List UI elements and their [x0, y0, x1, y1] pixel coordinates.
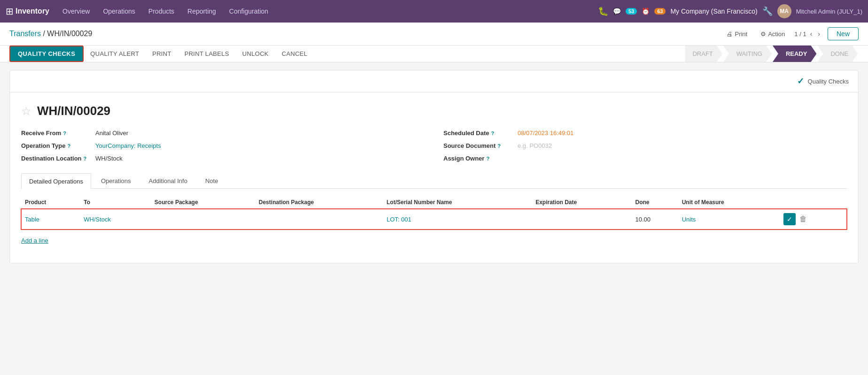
bug-icon[interactable]: 🐛 — [598, 6, 608, 16]
action-bar: QUALITY CHECKS QUALITY ALERT PRINT PRINT… — [0, 46, 868, 62]
col-expiration: Expiration Date — [532, 196, 631, 209]
status-waiting[interactable]: WAITING — [723, 46, 772, 62]
print-button[interactable]: 🖨 Print — [723, 29, 751, 39]
receive-from-value: Anital Oliver — [95, 130, 128, 137]
destination-location-label: Destination Location ? — [21, 155, 92, 162]
destination-location-value: WH/Stock — [95, 155, 123, 162]
form-grid: Receive From ? Anital Oliver Operation T… — [21, 130, 847, 162]
assign-owner-help[interactable]: ? — [486, 156, 489, 161]
nav-configuration[interactable]: Configuration — [224, 5, 274, 18]
source-doc-help[interactable]: ? — [497, 143, 501, 149]
tab-detailed-operations[interactable]: Detailed Operations — [21, 173, 91, 189]
new-button[interactable]: New — [828, 27, 859, 40]
delete-row-button[interactable]: 🗑 — [798, 214, 809, 224]
action-button[interactable]: ⚙ Action — [757, 29, 789, 39]
quality-checks-button[interactable]: QUALITY CHECKS — [9, 46, 84, 62]
scheduled-date-field: Scheduled Date ? 08/07/2023 16:49:01 — [443, 130, 847, 137]
operation-type-field: Operation Type ? YourCompany: Receipts — [21, 142, 425, 149]
main-content: ✓ Quality Checks ☆ WH/IN/00029 Receive F… — [0, 62, 868, 271]
quality-alert-button[interactable]: QUALITY ALERT — [84, 46, 146, 62]
destination-help[interactable]: ? — [84, 156, 87, 161]
breadcrumb-sep: / — [43, 30, 47, 38]
confirm-row-button[interactable]: ✓ — [783, 213, 796, 225]
quality-checks-label[interactable]: Quality Checks — [808, 78, 849, 85]
chat-icon[interactable]: 💬 — [613, 8, 621, 15]
page-position: 1 / 1 — [794, 31, 806, 38]
product-link[interactable]: Table — [25, 216, 39, 223]
nav-products[interactable]: Products — [143, 5, 180, 18]
cell-to: WH/Stock — [80, 209, 151, 230]
operations-table: Product To Source Package Destination Pa… — [21, 196, 847, 230]
cancel-button[interactable]: CANCEL — [275, 46, 314, 62]
done-value[interactable]: 10.00 — [636, 216, 651, 223]
record-title: ☆ WH/IN/00029 — [21, 104, 847, 118]
receive-from-field: Receive From ? Anital Oliver — [21, 130, 425, 137]
tabs: Detailed Operations Operations Additiona… — [21, 173, 847, 189]
col-done: Done — [632, 196, 678, 209]
status-done[interactable]: DONE — [817, 46, 858, 62]
cell-lot-serial: LOT: 001 — [383, 209, 532, 230]
status-ready[interactable]: READY — [773, 46, 817, 62]
status-draft[interactable]: DRAFT — [685, 46, 722, 62]
receive-from-label: Receive From ? — [21, 130, 92, 137]
table-header-row: Product To Source Package Destination Pa… — [21, 196, 847, 209]
clock-badge: 63 — [654, 8, 666, 15]
source-document-label: Source Document ? — [443, 142, 514, 149]
cell-dest-package — [255, 209, 383, 230]
to-location-link[interactable]: WH/Stock — [84, 216, 111, 223]
tools-icon[interactable]: 🔧 — [762, 6, 773, 16]
col-dest-package: Destination Package — [255, 196, 383, 209]
app-name: Inventory — [16, 7, 49, 15]
unlock-button[interactable]: UNLOCK — [236, 46, 275, 62]
cell-uom: Units — [678, 209, 780, 230]
avatar[interactable]: MA — [777, 4, 791, 18]
quality-checks-indicator: ✓ Quality Checks — [797, 76, 849, 86]
scheduled-date-value[interactable]: 08/07/2023 16:49:01 — [518, 130, 574, 137]
grid-icon[interactable]: ⊞ — [6, 6, 14, 17]
table-row: Table WH/Stock LOT: 001 — [21, 209, 847, 230]
add-line-link[interactable]: Add a line — [21, 233, 48, 248]
print-action-button[interactable]: PRINT — [146, 46, 178, 62]
assign-owner-field: Assign Owner ? — [443, 155, 847, 162]
form-left: Receive From ? Anital Oliver Operation T… — [21, 130, 425, 162]
favorite-star-icon[interactable]: ☆ — [21, 105, 31, 118]
nav-reporting[interactable]: Reporting — [182, 5, 222, 18]
app-brand: Inventory — [16, 7, 49, 15]
username: Mitchell Admin (JULY_1) — [796, 8, 862, 15]
destination-location-field: Destination Location ? WH/Stock — [21, 155, 425, 162]
col-uom: Unit of Measure — [678, 196, 780, 209]
page-nav: 1 / 1 ‹ › — [794, 29, 822, 38]
nav-overview[interactable]: Overview — [57, 5, 95, 18]
tab-note[interactable]: Note — [197, 173, 226, 188]
print-labels-button[interactable]: PRINT LABELS — [178, 46, 236, 62]
scheduled-date-help[interactable]: ? — [491, 130, 495, 136]
breadcrumb-parent[interactable]: Transfers — [9, 30, 41, 38]
action-buttons: QUALITY CHECKS QUALITY ALERT PRINT PRINT… — [9, 46, 314, 62]
company-name: My Company (San Francisco) — [670, 8, 757, 15]
cell-done: 10.00 — [632, 209, 678, 230]
tab-operations[interactable]: Operations — [93, 173, 139, 188]
col-product: Product — [21, 196, 80, 209]
receive-from-help[interactable]: ? — [63, 130, 66, 136]
source-document-value[interactable]: e.g. PO0032 — [518, 142, 552, 149]
next-page-button[interactable]: › — [816, 29, 822, 38]
lot-serial-link[interactable]: LOT: 001 — [387, 216, 411, 223]
top-nav-right: 🐛 💬 53 ⏰ 63 My Company (San Francisco) 🔧… — [598, 4, 862, 18]
prev-page-button[interactable]: ‹ — [808, 29, 814, 38]
col-to: To — [80, 196, 151, 209]
col-source-package: Source Package — [151, 196, 255, 209]
row-action-buttons: ✓ 🗑 — [783, 213, 843, 225]
page-actions: 🖨 Print ⚙ Action 1 / 1 ‹ › New — [723, 27, 859, 40]
col-lot-serial: Lot/Serial Number Name — [383, 196, 532, 209]
top-navigation: ⊞ Inventory Overview Operations Products… — [0, 0, 868, 23]
breadcrumb: Transfers / WH/IN/00029 — [9, 30, 92, 38]
page-header: Transfers / WH/IN/00029 🖨 Print ⚙ Action… — [0, 23, 868, 46]
content-wrapper: ☆ WH/IN/00029 Receive From ? Anital Oliv… — [9, 92, 859, 263]
source-document-field: Source Document ? e.g. PO0032 — [443, 142, 847, 149]
clock-icon[interactable]: ⏰ — [642, 8, 650, 15]
nav-operations[interactable]: Operations — [97, 5, 140, 18]
operation-type-value[interactable]: YourCompany: Receipts — [95, 142, 161, 149]
operation-type-help[interactable]: ? — [67, 143, 70, 149]
record-id: WH/IN/00029 — [37, 104, 110, 118]
tab-additional-info[interactable]: Additional Info — [141, 173, 195, 188]
